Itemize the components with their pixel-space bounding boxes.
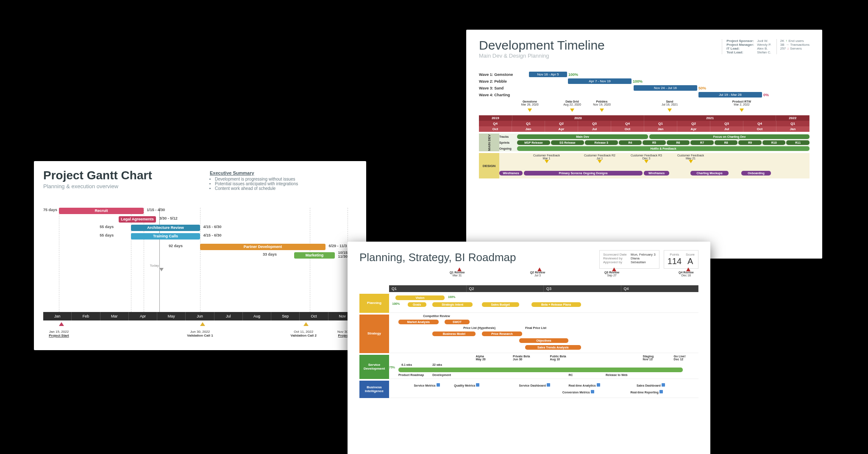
meta-val: Mon, February 3 (631, 253, 656, 256)
arrow-down-icon: ↓ (787, 47, 789, 50)
row-header: Tracks (499, 135, 517, 138)
bi-item: Real-time Reporting (630, 391, 659, 394)
tag-icon (437, 383, 440, 387)
month-cell: Jul (214, 312, 243, 320)
quarter-row: Q4Q1Q2Q3Q4Q1Q2Q3Q4Q1 (479, 121, 810, 126)
review-name: Q4 Review (679, 271, 693, 274)
stat-num: 257 (780, 47, 786, 50)
triangle-down-icon (668, 109, 672, 112)
ms-name: Data Grid (565, 100, 579, 103)
ms-name: Go Live! (674, 355, 686, 358)
plan-bar: Beta + Release Plans (531, 302, 581, 307)
strat-label: Final Price List (525, 326, 546, 329)
ms-date: Aug 22, 2020 (563, 103, 581, 106)
milestone-date: Oct 11, 2022 (287, 330, 320, 334)
gantt-bar-partner: Partner Development (200, 244, 326, 250)
maindev-swimlane: MAIN DEV TracksMain DevFocus on Charting… (479, 134, 810, 151)
design-swimlane: DESIGN Customer FeedbackMar 1 Customer F… (479, 153, 810, 178)
fb-date: Mar 1 (533, 157, 560, 160)
segment-label: Product Roadmap (398, 373, 424, 376)
row-header: Ongoing (499, 147, 517, 150)
plan-bar: Strategic Intent (432, 302, 473, 307)
ms-date: Aug 10 (550, 358, 560, 361)
ms-name: Alpha (476, 355, 484, 358)
score-label: Score (686, 253, 695, 256)
review-name: Q2 Review (530, 271, 545, 274)
stat-label: End users (789, 39, 804, 43)
fb-date: Jul 1 (584, 157, 615, 160)
duration-label: 55 days (100, 233, 114, 237)
gantt-area: 75 days Recruit 1/15 - 4/30 Legal Agreem… (43, 208, 357, 341)
wave-pct: 0% (763, 93, 769, 97)
review-date: Sep 27 (607, 274, 617, 277)
triangle-down-icon (600, 109, 604, 112)
triangle-down-icon (545, 160, 549, 163)
stat-num: 2K (780, 39, 785, 43)
pct-label: 100% (448, 295, 456, 298)
card3-meta: Scorecard DateMon, February 3 Reviewed b… (599, 250, 698, 269)
month-cell: Feb (72, 312, 100, 320)
ms-name: Public Beta (550, 355, 566, 358)
bi-item: Sales Dashboard (637, 384, 661, 387)
tag-icon (476, 383, 479, 387)
wave-name: Wave 4: Charting (479, 93, 517, 97)
exec-item: Potential issues anticipated with integr… (215, 181, 337, 186)
tag-icon (547, 383, 550, 387)
design-bar: Primary Screens Ongoing Designs (524, 171, 643, 175)
month-cell: Sep (271, 312, 300, 320)
score-value: A (686, 256, 695, 266)
year-cell: 2022 (776, 115, 810, 121)
ms-date: May 20 (476, 358, 485, 361)
strat-bar: Price Research (482, 331, 522, 336)
meta-key: Reviewed by (603, 256, 631, 260)
month-cell: Aug (243, 312, 271, 320)
ms-name: Sand (666, 100, 673, 103)
service-timeline-bar (398, 368, 683, 372)
project-gantt-card: Project Gantt Chart Planning & execution… (34, 161, 366, 350)
review-date: Jul 3 (534, 274, 541, 277)
strat-bar: Objectives (519, 338, 569, 343)
swimlane-label: MAIN DEV (479, 134, 499, 151)
lane-label: Service Development (359, 355, 389, 379)
review-date: Dec 18 (682, 274, 691, 277)
lane-bi: Business Intelligence Service Metrics Qu… (359, 381, 698, 398)
dur-label: 6.1 wks (401, 363, 412, 366)
year-cell: 2019 (479, 115, 512, 121)
triangle-up-icon (686, 267, 690, 271)
duration-label: 55 days (100, 225, 114, 229)
today-marker-icon (159, 268, 164, 271)
meta-val: Jodi W. (757, 39, 768, 43)
milestone-row: GemstoneMar 28, 2020 Data GridAug 22, 20… (479, 100, 810, 112)
wave-bar: Jul 19 - Mar 28 (698, 92, 762, 97)
range-label: 3/30 - 5/12 (159, 216, 178, 220)
segment-label: Release to Web (606, 373, 628, 376)
bi-item: Real-time Analytics (568, 384, 595, 387)
stat-label: Transactions (790, 43, 810, 47)
bi-item: Conversion Metrics (562, 391, 590, 394)
wave-name: Wave 3: Sand (479, 86, 517, 90)
lane-service: Service Development AlphaMay 20 Private … (359, 355, 698, 379)
meta-key: Project Sponsor: (726, 39, 755, 43)
meta-val: Sebastian (631, 260, 646, 264)
meta-key: Test Lead: (726, 50, 755, 54)
review-name: Q1 Review (450, 271, 465, 274)
month-cell: Mar (100, 312, 129, 320)
planning-roadmap-card: Planning, Strategy, BI Roadmap Scorecard… (348, 242, 710, 454)
triangle-down-icon (689, 160, 693, 163)
gantt-bar-marketing: Marketing (294, 252, 335, 259)
strat-bar: Sales Trends Analysis (525, 345, 581, 350)
wave-pct: 50% (698, 86, 706, 90)
bi-item: Quality Metrics (454, 384, 475, 387)
exec-item: Development is progressing without issue… (215, 177, 337, 181)
stat-label: Servers (790, 47, 802, 50)
sprint-bar: R9 (738, 140, 762, 145)
sprint-bar: R6 (667, 140, 690, 145)
wave-bar: Nov 16 - Apr 5 (529, 72, 567, 77)
wave-pct: 100% (568, 72, 578, 77)
fb-name: Customer Feedback (677, 154, 704, 157)
arrow-up-icon: ↑ (786, 39, 787, 43)
milestone-date: Jun 30, 2022 (183, 330, 217, 334)
quarter-axis: Q1Q2Q3Q4 (389, 285, 698, 292)
ms-date: Dec 12 (674, 358, 684, 361)
segment-label: Development (432, 373, 451, 376)
